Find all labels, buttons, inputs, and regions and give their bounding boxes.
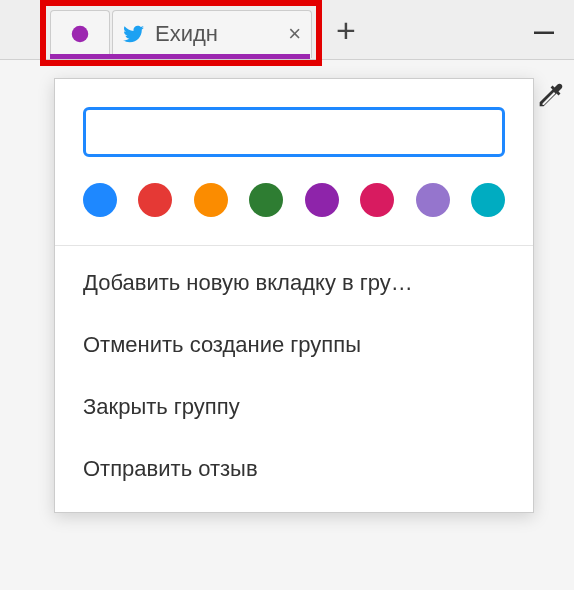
svg-point-0 [72, 26, 89, 43]
menu-divider [55, 245, 533, 246]
window-minimize-button[interactable]: – [534, 9, 554, 51]
tab-group: Ехидн × [0, 0, 312, 59]
color-swatch-red[interactable] [138, 183, 172, 217]
menu-send-feedback[interactable]: Отправить отзыв [55, 438, 533, 500]
menu-add-tab[interactable]: Добавить новую вкладку в гру… [55, 252, 533, 314]
color-swatch-purple[interactable] [305, 183, 339, 217]
eyedropper-icon[interactable] [534, 78, 568, 112]
tab-twitter[interactable]: Ехидн × [112, 10, 312, 58]
color-swatch-violet[interactable] [416, 183, 450, 217]
group-name-input[interactable] [83, 107, 505, 157]
group-underline [50, 54, 310, 59]
tab-group-handle[interactable] [50, 10, 110, 58]
color-swatch-row [55, 183, 533, 245]
twitter-bird-icon [123, 23, 145, 45]
group-color-dot-icon [69, 23, 91, 45]
tab-strip: Ехидн × + – [0, 0, 574, 60]
menu-cancel-create[interactable]: Отменить создание группы [55, 314, 533, 376]
tab-close-icon[interactable]: × [288, 21, 301, 47]
color-swatch-pink[interactable] [360, 183, 394, 217]
color-swatch-orange[interactable] [194, 183, 228, 217]
menu-close-group[interactable]: Закрыть группу [55, 376, 533, 438]
color-swatch-green[interactable] [249, 183, 283, 217]
tab-group-popup: Добавить новую вкладку в гру… Отменить с… [54, 78, 534, 513]
color-swatch-blue[interactable] [83, 183, 117, 217]
new-tab-button[interactable]: + [336, 13, 356, 47]
tab-title: Ехидн [155, 21, 278, 47]
color-swatch-teal[interactable] [471, 183, 505, 217]
